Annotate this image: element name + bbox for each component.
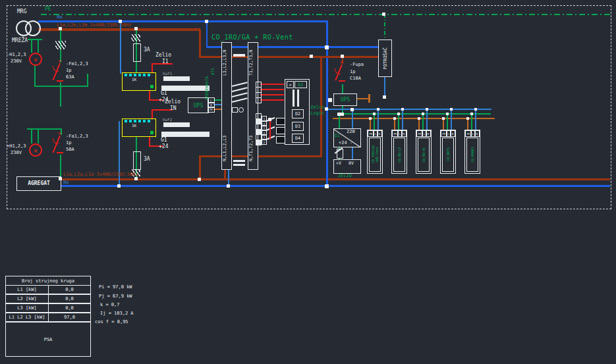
wire bbox=[447, 115, 448, 130]
wire bbox=[120, 22, 121, 74]
fuse-rating: 3A bbox=[144, 47, 150, 53]
pe-wire bbox=[384, 14, 385, 39]
wire bbox=[352, 146, 353, 159]
wire bbox=[149, 90, 150, 100]
wire bbox=[374, 115, 375, 130]
junction-dot bbox=[227, 184, 230, 188]
lamp-voltage: 230V bbox=[11, 59, 22, 64]
breaker-rating: 63A bbox=[66, 75, 74, 80]
breaker-contact bbox=[57, 80, 63, 82]
junction-dot bbox=[426, 108, 428, 111]
relay-terminal bbox=[129, 120, 132, 122]
wire bbox=[38, 40, 39, 53]
supply-zero-label: 0V bbox=[349, 161, 354, 166]
lamp-name: +H1,2,3 bbox=[7, 144, 26, 149]
wire bbox=[34, 86, 88, 87]
wire bbox=[260, 84, 284, 85]
consumer-block: POTROŠAČ bbox=[378, 39, 392, 77]
pelm-inner: CO_RO-LF bbox=[393, 138, 405, 172]
load-table-value: 0,0 bbox=[48, 294, 91, 303]
fuse-icon bbox=[133, 43, 141, 62]
ups-label: UPS bbox=[341, 97, 350, 103]
wire bbox=[394, 119, 395, 130]
psu-output-voltage: +24 - bbox=[339, 141, 352, 145]
wire bbox=[87, 74, 88, 86]
switch-bar bbox=[233, 54, 245, 57]
breaker-cross-icon: ✕ bbox=[58, 131, 61, 136]
wire bbox=[471, 115, 472, 130]
junction-dot bbox=[442, 117, 445, 120]
wire bbox=[339, 115, 340, 128]
psu-label: G1 bbox=[335, 134, 340, 138]
redacted-label-bar bbox=[161, 86, 210, 91]
load-table-label: L1 [kW] bbox=[5, 285, 49, 294]
wire bbox=[475, 110, 476, 130]
hatch-icon bbox=[55, 41, 66, 49]
lamp-icon: ✕ bbox=[29, 143, 42, 157]
relay-terminal bbox=[134, 120, 136, 122]
generator-phase-wire bbox=[38, 178, 610, 180]
wire bbox=[152, 110, 153, 118]
breaker-poles: 1p bbox=[66, 68, 71, 73]
wire bbox=[356, 98, 369, 99]
relay-terminal bbox=[129, 74, 132, 76]
consumer-label: POTROŠAČ bbox=[383, 47, 388, 70]
wire bbox=[422, 115, 424, 130]
breaker-name: -Fm1,2,3 bbox=[66, 62, 88, 66]
contact-terminal: 2 bbox=[262, 140, 267, 145]
wire bbox=[149, 136, 150, 146]
load-table-value: 0,0 bbox=[48, 285, 91, 294]
load-table-value: 97,0 bbox=[48, 313, 91, 322]
wire bbox=[418, 119, 420, 130]
breaker-name: -Fupa bbox=[350, 63, 364, 67]
wire bbox=[443, 119, 444, 130]
junction-dot bbox=[341, 113, 344, 116]
psu-ref-label: G1 bbox=[161, 91, 167, 96]
ats-output-top-label: T1,T2,T3,N bbox=[249, 43, 254, 82]
junction-dot bbox=[134, 177, 138, 180]
wire bbox=[426, 110, 428, 130]
fuse-icon bbox=[133, 151, 141, 170]
wire bbox=[467, 119, 468, 130]
crossed-box-icon: ✕ bbox=[287, 81, 294, 88]
redacted-label-bar bbox=[161, 132, 210, 137]
supply-plus-label: +V bbox=[336, 161, 341, 166]
junction-dot bbox=[470, 113, 473, 115]
ats-input-top-label: L1,L2,L3,N bbox=[223, 43, 227, 82]
wire bbox=[260, 89, 284, 90]
transformer-icon bbox=[25, 20, 41, 36]
pelm-circuit-name: CO_RO-HC bbox=[422, 147, 426, 163]
cad-drawing-canvas: MRG MREŽA PE Nm L1m,L2m,L3m 3x400/230V,5… bbox=[0, 0, 616, 364]
junction-dot bbox=[341, 55, 344, 58]
junction-dot bbox=[418, 117, 420, 120]
ground-bar-icon bbox=[368, 94, 370, 103]
breaker-poles: 1p bbox=[66, 141, 71, 145]
calc-current: Ij = 103,2 A bbox=[100, 311, 134, 316]
plc-brand: Logic bbox=[310, 111, 324, 116]
psu-ref-label: G1 bbox=[161, 138, 167, 143]
relay-terminal bbox=[148, 74, 150, 76]
calc-demand-factor: k = 0,7 bbox=[100, 303, 120, 307]
load-table-label: L3 [kW] bbox=[5, 303, 49, 313]
load-table-label: L1 L2 L3 [kW] bbox=[5, 313, 49, 322]
breaker-name: -Fa1,2,3 bbox=[66, 134, 88, 139]
switch-drive-icon bbox=[232, 107, 238, 113]
pe-label: PE bbox=[45, 7, 51, 12]
relay-terminal bbox=[134, 74, 136, 76]
wire bbox=[228, 169, 229, 186]
junction-dot bbox=[117, 184, 121, 188]
junction-dot bbox=[328, 98, 332, 102]
relay-tag: RaF2 bbox=[163, 118, 172, 122]
terminal: N bbox=[474, 130, 480, 137]
mreza-label: MREŽA bbox=[12, 38, 28, 43]
plc-output: D2 bbox=[292, 109, 304, 118]
redacted-label-bar bbox=[163, 122, 190, 127]
plc-output: D3 bbox=[292, 122, 304, 131]
junction-dot bbox=[134, 27, 138, 30]
load-table-header: Broj strujnog kruga bbox=[5, 276, 91, 286]
terminal bbox=[256, 140, 262, 145]
zelio-io-id: I1 bbox=[162, 59, 169, 65]
psu-input-voltage: 220 bbox=[347, 130, 355, 134]
load-table-label: L2 [kW] bbox=[5, 294, 49, 303]
junction-dot bbox=[446, 113, 449, 115]
